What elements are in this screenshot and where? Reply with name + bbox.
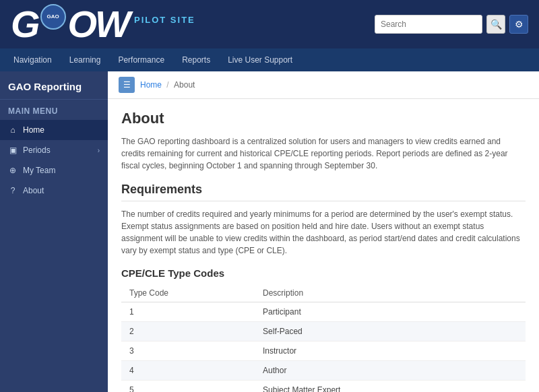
table-header-row: Type Code Description <box>121 284 526 302</box>
sidebar-item-about[interactable]: ? About <box>0 181 108 201</box>
content-area: ☰ Home / About About The GAO reporting d… <box>108 71 539 392</box>
about-description: The GAO reporting dashboard is a central… <box>121 135 526 172</box>
search-input[interactable] <box>375 15 482 34</box>
type-codes-table: Type Code Description 1 Participant 2 Se… <box>121 284 526 392</box>
header-right: 🔍 ⚙ <box>375 15 528 34</box>
team-icon: ⊕ <box>8 166 18 175</box>
navbar: Navigation Learning Performance Reports … <box>0 48 539 71</box>
nav-learning[interactable]: Learning <box>61 51 109 69</box>
cell-type-code: 2 <box>121 322 255 341</box>
cell-description: Self-Paced <box>255 322 526 341</box>
page-title: About <box>121 110 526 127</box>
table-row: 5 Subject Matter Expert <box>121 381 526 393</box>
requirements-text: The number of credits required and yearl… <box>121 208 526 257</box>
sidebar-menu-label: Main Menu <box>0 100 108 120</box>
sidebar-item-about-label: About <box>23 186 44 195</box>
settings-button[interactable]: ⚙ <box>509 15 528 34</box>
sidebar-item-periods[interactable]: ▣ Periods › <box>0 140 108 160</box>
cell-type-code: 1 <box>121 302 255 322</box>
sidebar-item-myteam[interactable]: ⊕ My Team <box>0 160 108 181</box>
content-body: About The GAO reporting dashboard is a c… <box>108 99 539 392</box>
pilot-site-text: PILOT SITE <box>134 15 195 25</box>
cell-description: Author <box>255 361 526 381</box>
logo-area: G GAO OW PILOT SITE <box>11 5 195 43</box>
sidebar-item-myteam-label: My Team <box>23 166 55 175</box>
sidebar-title: GAO Reporting <box>0 71 108 100</box>
breadcrumb-home-link[interactable]: Home <box>140 80 162 90</box>
cell-type-code: 4 <box>121 361 255 381</box>
main-layout: GAO Reporting Main Menu ⌂ Home ▣ Periods… <box>0 71 539 392</box>
sidebar-item-home-label: Home <box>23 125 44 135</box>
nav-performance[interactable]: Performance <box>110 51 172 69</box>
table-row: 3 Instructor <box>121 341 526 361</box>
cell-description: Subject Matter Expert <box>255 381 526 393</box>
sidebar-item-periods-label: Periods <box>23 145 51 155</box>
cell-description: Participant <box>255 302 526 322</box>
gao-badge: GAO <box>40 4 66 30</box>
sidebar-item-home[interactable]: ⌂ Home <box>0 120 108 140</box>
nav-navigation[interactable]: Navigation <box>5 51 60 69</box>
header: G GAO OW PILOT SITE 🔍 ⚙ <box>0 0 539 48</box>
breadcrumb-current: About <box>174 80 195 90</box>
table-row: 4 Author <box>121 361 526 381</box>
col-description: Description <box>255 284 526 302</box>
breadcrumb-separator: / <box>166 80 171 90</box>
about-icon: ? <box>8 186 18 195</box>
logo-g: G <box>11 5 38 43</box>
breadcrumb: Home / About <box>140 80 195 90</box>
sidebar: GAO Reporting Main Menu ⌂ Home ▣ Periods… <box>0 71 108 392</box>
cell-type-code: 5 <box>121 381 255 393</box>
gear-icon: ⚙ <box>515 19 524 30</box>
chevron-right-icon: › <box>98 147 100 154</box>
gao-badge-text: GAO <box>46 14 59 20</box>
logo-ow: OW <box>68 5 129 43</box>
nav-reports[interactable]: Reports <box>174 51 218 69</box>
breadcrumb-icon: ☰ <box>119 77 135 93</box>
table-section-title: CPE/CLE Type Codes <box>121 267 526 279</box>
requirements-title: Requirements <box>121 183 526 201</box>
table-row: 2 Self-Paced <box>121 322 526 341</box>
periods-icon: ▣ <box>8 145 18 155</box>
cell-description: Instructor <box>255 341 526 361</box>
breadcrumb-bar: ☰ Home / About <box>108 71 539 99</box>
home-icon: ⌂ <box>8 125 18 135</box>
search-button[interactable]: 🔍 <box>486 15 505 34</box>
search-icon: 🔍 <box>490 19 502 30</box>
nav-live-support[interactable]: Live User Support <box>220 51 300 69</box>
col-type-code: Type Code <box>121 284 255 302</box>
list-icon: ☰ <box>123 80 131 90</box>
table-row: 1 Participant <box>121 302 526 322</box>
cell-type-code: 3 <box>121 341 255 361</box>
